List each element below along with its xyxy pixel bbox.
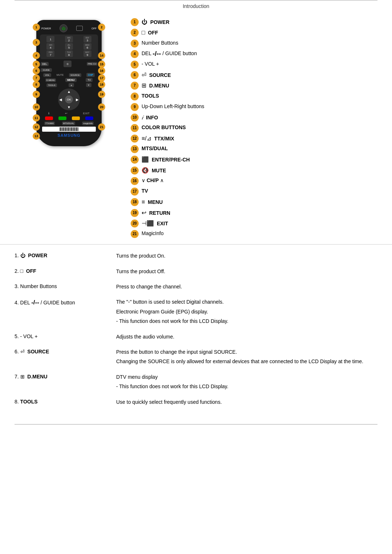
num-4[interactable]: GHI4 [46,43,54,50]
callout-11: 11 [33,114,40,122]
chp-button[interactable]: CHP [86,73,95,77]
dpad[interactable]: ▲ ▼ ◀ ▶ OK [58,89,80,110]
barcode-lines [60,127,78,131]
legend-item-8: 8 TOOLS [131,93,377,100]
ttx-button[interactable]: TTX/MIX [44,122,55,125]
legend-text-7: ⊞ D.MENU [142,82,169,90]
remote-control: POWER ⏻ OFF 1 ABC2 DEF3 [36,20,102,146]
legend-num-8: 8 [131,93,139,100]
bottom-border [15,424,377,424]
mts-button[interactable]: MTS/DUAL [62,122,75,125]
info-row: ℹ ↩ EXIT [41,112,97,115]
desc-row-5: 5. - VOL + Adjusts the audio volume. [15,333,377,342]
dpad-center[interactable]: OK [65,95,73,103]
vol-button[interactable]: VOL [43,73,51,77]
off-button[interactable] [76,26,83,31]
legend-text-13: MTS/DUAL [142,145,168,152]
desc-row-6: 6. ⏎ SOURCE Press the button to change t… [15,348,377,367]
desc-row-4: 4. DEL -/-- / GUIDE button The "-" butto… [15,298,377,327]
desc-text-7-1: DTV menu display [116,373,377,381]
desc-label-7: 7. ⊞ D.MENU [15,373,116,381]
dmenu-button[interactable]: D.MENU [45,78,56,82]
color-buttons [42,116,96,120]
samsung-brand: SAMSUNG [40,133,98,138]
legend-item-20: 20 ⊣⬛ EXIT [131,219,377,227]
num-5[interactable]: JKL5 [65,43,73,50]
legend-item-17: 17 TV [131,188,377,196]
legend-text-5: - VOL + [142,61,159,68]
callout-7: 7 [33,74,40,82]
num-0[interactable]: 0 [64,61,72,67]
color-btn-yellow[interactable] [72,116,80,120]
magicinfo-button[interactable]: magicInfo [82,122,94,125]
source-icon-legend: ⏎ [142,72,146,78]
num-1[interactable]: 1 [46,36,54,42]
power-label-text: POWER [41,27,51,30]
color-btn-green[interactable] [58,116,66,120]
desc-label-8: 8. TOOLS [15,398,116,406]
tools-button[interactable]: TOOLS [46,83,57,87]
dpad-down[interactable]: ▼ [67,105,71,109]
desc-text-7-2: - This function does not work for this L… [116,382,377,390]
callout-2: 2 [98,24,105,31]
num-8[interactable]: TUV8 [65,50,73,57]
callout-20: 20 [98,103,105,111]
ch-up[interactable]: ▲ [69,83,74,87]
off-label-text: OFF [91,27,97,30]
desc-content-5: Adjusts the audio volume. [116,333,377,342]
desc-text-4-2: Electronic Program Guide (EPG) display. [116,308,377,316]
legend-text-20: ⊣⬛ EXIT [142,219,168,227]
desc-content-1: Turns the product On. [116,252,377,261]
legend-num-14: 14 [131,156,139,164]
pre-ch-button[interactable]: PRE-CH [87,62,97,66]
num-2[interactable]: ABC2 [65,36,73,42]
callout-14: 14 [98,52,105,59]
guide-button[interactable]: GUIDE [41,68,52,72]
del-row: DEL 0 PRE-CH [41,61,97,67]
exit-button[interactable]: EXIT [83,112,90,115]
tv-button[interactable]: TV [86,78,93,82]
info-icon-legend: 𝑖 [142,114,143,120]
return-icon-legend: ↩ [142,210,146,216]
info-button[interactable]: ℹ [48,112,49,115]
legend-text-12: ≡/⊿ TTX/MIX [142,135,174,143]
ch-down[interactable]: ▼ [86,83,91,87]
description-section: 1. ⏻ POWER Turns the product On. 2. □ OF… [0,244,392,420]
legend-num-21: 21 [131,230,139,238]
num-7[interactable]: PRS7 [46,50,54,57]
legend-num-2: 2 [131,29,139,37]
color-btn-red[interactable] [45,116,53,120]
num-row-1: 1 ABC2 DEF3 [41,36,97,42]
desc-content-7: DTV menu display - This function does no… [116,373,377,392]
callout-4: 4 [33,52,40,59]
legend-num-3: 3 [131,40,139,48]
dpad-right[interactable]: ▶ [76,98,79,102]
legend-item-4: 4 DEL -/-- / GUIDE button [131,50,377,58]
page-container: Introduction 1 2 3 4 14 5 15 6 16 7 17 8… [0,0,392,424]
legend-num-5: 5 [131,61,139,69]
num-3[interactable]: DEF3 [83,36,91,42]
legend-num-9: 9 [131,103,139,111]
legend-num-19: 19 [131,209,139,217]
ttx-row: TTX/MIX MTS/DUAL magicInfo [41,122,97,125]
callout-16: 16 [98,67,105,74]
color-btn-blue[interactable] [85,116,93,120]
source-button[interactable]: SOURCE [69,73,81,77]
legend-text-19: ↩ RETURN [142,209,170,217]
num-row-2: GHI4 JKL5 MNO6 [41,43,97,50]
callout-12: 12 [33,123,40,131]
legend-item-12: 12 ≡/⊿ TTX/MIX [131,135,377,143]
dpad-left[interactable]: ◀ [59,98,62,102]
del-button[interactable]: DEL [41,62,49,66]
legend-text-4: DEL -/-- / GUIDE button [142,50,197,57]
power-button[interactable]: ⏻ [60,24,68,32]
num-9[interactable]: WXY9 [83,50,91,57]
menu-row: D.MENU MENU TV [41,78,97,82]
desc-label-2: 2. □ OFF [15,267,116,275]
legend-text-18: ≡ MENU [142,198,163,206]
remote-top: POWER ⏻ OFF [40,24,98,32]
menu-button[interactable]: MENU [65,78,77,82]
num-6[interactable]: MNO6 [83,43,91,50]
return-button[interactable]: ↩ [65,112,68,115]
dpad-up[interactable]: ▲ [67,90,71,94]
